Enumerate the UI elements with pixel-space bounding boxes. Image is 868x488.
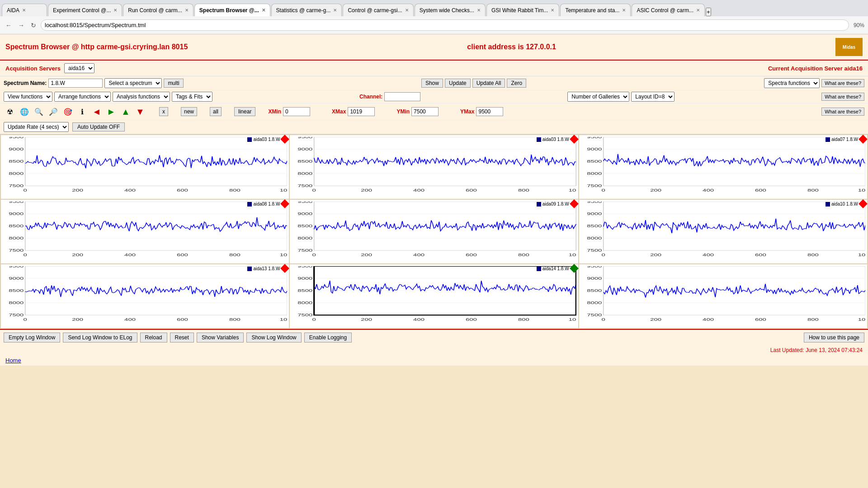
chart-cell-4[interactable]: aida09 1.8.W9500900085008000750002004006… xyxy=(290,200,578,263)
chart-cell-2[interactable]: aida07 1.8.W9500900085008000750002004006… xyxy=(579,135,867,199)
svg-text:800: 800 xyxy=(229,317,241,322)
what-these-button-3[interactable]: What are these? xyxy=(821,108,864,116)
chart-cell-7[interactable]: aida14 1.8.W9500900085008000750002004006… xyxy=(290,264,578,328)
chart-label-text-0: aida03 1.8.W xyxy=(253,137,280,142)
close-tab-icon[interactable]: ✕ xyxy=(22,8,26,13)
what-these-button-2[interactable]: What are these? xyxy=(821,93,864,101)
tab-run-control[interactable]: Run Control @ carm...✕ xyxy=(123,4,193,16)
arrow-right-button[interactable]: ► xyxy=(105,105,118,118)
number-galleries-select[interactable]: Number of Galleries xyxy=(567,92,629,102)
svg-text:1000: 1000 xyxy=(858,253,865,258)
svg-text:800: 800 xyxy=(229,188,241,193)
view-functions-select[interactable]: View functions xyxy=(4,92,52,102)
close-tab-icon[interactable]: ✕ xyxy=(477,8,481,13)
chart-cell-0[interactable]: aida03 1.8.W9500900085008000750002004006… xyxy=(1,135,289,199)
svg-text:0: 0 xyxy=(312,317,316,322)
empty-log-button[interactable]: Empty Log Window xyxy=(4,333,60,343)
chart-cell-3[interactable]: aida08 1.8.W9500900085008000750002004006… xyxy=(1,200,289,263)
svg-text:8000: 8000 xyxy=(9,235,24,240)
update-all-button[interactable]: Update All xyxy=(472,79,505,88)
arrow-left-button[interactable]: ◄ xyxy=(90,105,103,118)
forward-button[interactable]: → xyxy=(16,21,26,30)
svg-text:7500: 7500 xyxy=(9,312,24,317)
tab-spectrum-browser[interactable]: Spectrum Browser @...✕ xyxy=(194,4,270,16)
svg-text:400: 400 xyxy=(413,317,425,322)
ymax-input[interactable] xyxy=(476,107,503,116)
select-spectrum-dropdown[interactable]: Select a spectrum xyxy=(104,78,162,88)
chart-cell-1[interactable]: aida03 1.8.W9500900085008000750002004006… xyxy=(290,135,578,199)
svg-text:9000: 9000 xyxy=(298,211,313,216)
close-tab-icon[interactable]: ✕ xyxy=(185,8,189,13)
home-link[interactable]: Home xyxy=(0,355,868,366)
arrow-down-button[interactable]: ▼ xyxy=(134,105,146,118)
new-button[interactable]: new xyxy=(181,107,197,116)
globe-icon-button[interactable]: 🌐 xyxy=(18,105,31,118)
zoom-in-icon-button[interactable]: 🔍 xyxy=(33,105,45,118)
tab-asic[interactable]: ASIC Control @ carm...✕ xyxy=(632,4,705,16)
auto-update-button[interactable]: Auto Update OFF xyxy=(72,122,125,131)
close-tab-icon[interactable]: ✕ xyxy=(333,8,337,13)
show-log-button[interactable]: Show Log Window xyxy=(246,333,301,343)
info-icon-button[interactable]: ℹ xyxy=(76,105,89,118)
tab-temperature[interactable]: Temperature and sta...✕ xyxy=(560,4,631,16)
arrow-up-button[interactable]: ▲ xyxy=(119,105,132,118)
close-tab-icon[interactable]: ✕ xyxy=(113,8,117,13)
svg-text:600: 600 xyxy=(755,188,766,193)
x-button[interactable]: x xyxy=(159,107,168,116)
linear-button[interactable]: linear xyxy=(234,107,255,116)
analysis-functions-select[interactable]: Analysis functions xyxy=(113,92,170,102)
xmin-input[interactable] xyxy=(283,107,310,116)
show-button[interactable]: Show xyxy=(421,79,443,88)
legend-box-1 xyxy=(537,137,541,142)
svg-text:8500: 8500 xyxy=(9,288,24,293)
url-input[interactable] xyxy=(41,19,849,31)
chart-cell-6[interactable]: aida13 1.8.W9500900085008000750002004006… xyxy=(1,264,289,328)
chart-cell-8[interactable]: 9500900085008000750002004006008001000 xyxy=(579,264,867,328)
svg-text:400: 400 xyxy=(413,253,425,258)
add-tab-button[interactable]: + xyxy=(706,8,711,16)
spectra-functions-select[interactable]: Spectra functions xyxy=(764,78,820,88)
zero-button[interactable]: Zero xyxy=(507,79,526,88)
radiation-icon-button[interactable]: ☢ xyxy=(4,105,16,118)
tab-whiterabbit[interactable]: GSI White Rabbit Tim...✕ xyxy=(486,4,559,16)
acquisition-row: Acquisition Servers aida16 aida17 Curren… xyxy=(0,61,868,76)
close-tab-icon[interactable]: ✕ xyxy=(405,8,409,13)
close-tab-icon[interactable]: ✕ xyxy=(622,8,626,13)
channel-input[interactable] xyxy=(384,92,420,101)
tab-control[interactable]: Control @ carme-gsi...✕ xyxy=(343,4,413,16)
back-button[interactable]: ← xyxy=(4,21,14,30)
bottom-bar: Empty Log Window Send Log Window to ELog… xyxy=(0,329,868,345)
chart-cell-5[interactable]: aida10 1.8.W9500900085008000750002004006… xyxy=(579,200,867,263)
tab-statistics[interactable]: Statistics @ carme-g...✕ xyxy=(271,4,342,16)
xmax-input[interactable] xyxy=(348,107,375,116)
acquisition-server-select[interactable]: aida16 aida17 xyxy=(64,63,94,73)
ymin-input[interactable] xyxy=(411,107,439,116)
reload-button[interactable]: ↻ xyxy=(29,21,38,30)
tab-systemwide[interactable]: System wide Checks...✕ xyxy=(415,4,486,16)
target-icon-button[interactable]: 🎯 xyxy=(61,105,74,118)
reset-button[interactable]: Reset xyxy=(170,333,194,343)
tab-experiment[interactable]: Experiment Control @...✕ xyxy=(48,4,122,16)
multi-button[interactable]: multi xyxy=(164,79,183,88)
layout-id-select[interactable]: Layout ID=8 xyxy=(631,92,675,102)
svg-text:1000: 1000 xyxy=(569,188,576,193)
close-tab-icon[interactable]: ✕ xyxy=(696,8,700,13)
reload-button[interactable]: Reload xyxy=(140,333,167,343)
show-variables-button[interactable]: Show Variables xyxy=(197,333,244,343)
enable-logging-button[interactable]: Enable Logging xyxy=(304,333,352,343)
all-button[interactable]: all xyxy=(210,107,222,116)
what-these-button-1[interactable]: What are these? xyxy=(821,79,864,87)
arrange-functions-select[interactable]: Arrange functions xyxy=(54,92,111,102)
crosshair-icon-button[interactable]: 🔎 xyxy=(47,105,60,118)
channel-label: Channel: xyxy=(359,94,382,100)
how-to-button[interactable]: How to use this page xyxy=(804,333,864,343)
close-tab-icon[interactable]: ✕ xyxy=(262,8,265,13)
spectrum-name-input[interactable] xyxy=(48,79,103,88)
chart-label-1: aida03 1.8.W xyxy=(537,137,569,142)
update-rate-select[interactable]: Update Rate (4 secs) xyxy=(4,122,69,132)
send-log-button[interactable]: Send Log Window to ELog xyxy=(63,333,137,343)
tags-fits-select[interactable]: Tags & Fits xyxy=(172,92,212,102)
tab-aida[interactable]: AIDA✕ xyxy=(2,4,47,16)
close-tab-icon[interactable]: ✕ xyxy=(551,8,554,13)
update-button[interactable]: Update xyxy=(445,79,471,88)
